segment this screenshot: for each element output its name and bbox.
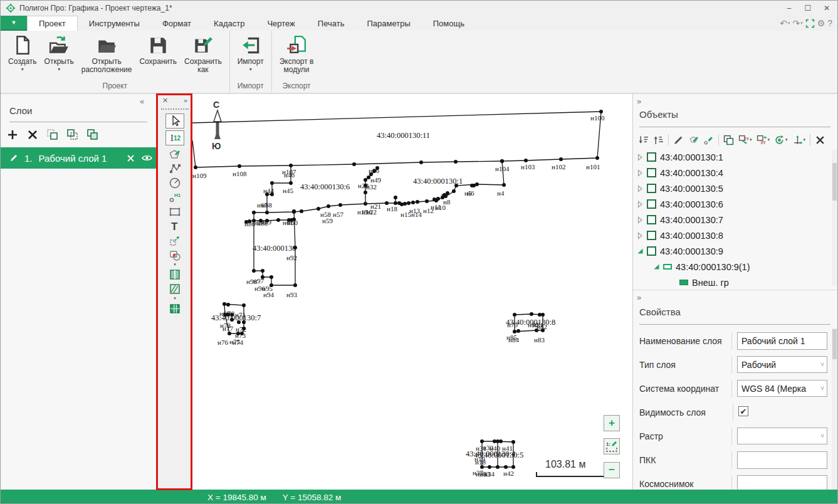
collapse-properties-panel-icon[interactable]: » [637,293,641,302]
drawing-canvas[interactable]: СЮн100н101н102н103н104н108н109н107н46н44… [192,93,632,490]
layer-name-field[interactable]: Рабочий слой 1 [737,332,827,350]
close-tools-strip-icon[interactable]: ✕ [162,97,168,105]
tab-Чертеж[interactable]: Чертеж [256,16,306,31]
overlay-shapes-tool[interactable] [165,248,184,262]
rect-filled-icon[interactable] [679,280,688,285]
redo-icon[interactable]: ↷▾ [792,18,802,28]
checkbox-icon[interactable] [647,199,656,209]
edit-area-icon[interactable] [688,135,699,145]
tree-item[interactable]: 43:40:000130:4 [633,165,830,181]
sort-desc-icon[interactable] [638,135,649,145]
fill-hatch-dropdown-caret[interactable]: ▾ [174,297,176,300]
close-button[interactable]: ✕ [817,1,836,16]
undo-icon[interactable]: ↶▾ [780,18,790,28]
save-button[interactable]: Сохранить [135,33,181,80]
folder-location-button[interactable]: Открыть расположение [78,33,136,80]
help-icon[interactable]: ? [827,18,832,28]
collapse-objects-panel-icon[interactable]: » [637,97,641,106]
settings-gears-icon[interactable]: ⚙ [817,18,825,28]
layer-visibility-eye-icon[interactable] [142,154,152,162]
expand-tools-strip-icon[interactable]: » [184,97,187,105]
main-area: « Слои 1. Рабочий слой 1 [1,93,838,490]
open-folder-button[interactable]: Открыть▾ [41,33,78,80]
layer-row-selected[interactable]: 1. Рабочий слой 1 [1,147,156,169]
properties-scrollbar[interactable] [832,328,837,490]
checkbox-icon[interactable] [647,246,656,256]
tree-item[interactable]: 43:40:000130:8 [633,228,830,243]
set-scale-button[interactable]: 1: [604,438,620,454]
divider [639,324,830,325]
copy-layer-into-icon[interactable] [67,129,78,140]
new-document-button[interactable]: Создать▾ [4,33,41,80]
raster-select[interactable]: ˅ [737,428,827,444]
draw-circle-tool[interactable] [165,176,184,190]
app-menu-button[interactable]: ▼ [1,16,27,31]
select-cursor-tool[interactable] [165,113,184,129]
rect-outline-icon[interactable] [663,264,672,270]
tab-Формат[interactable]: Формат [151,16,202,31]
axes-icon[interactable]: ▾ [792,135,806,145]
zoom-out-button[interactable]: − [604,462,620,478]
move-xy-icon[interactable]: XY▾ [738,135,752,145]
tree-item[interactable]: Внеш. гр [633,275,830,290]
text-tool-tool[interactable]: T [165,219,184,233]
copy-layer-icon[interactable] [47,129,58,140]
objects-scrollbar[interactable] [832,149,837,286]
tree-item[interactable]: 43:40:000130:9(1) [633,259,830,275]
fit-frame-icon[interactable] [805,19,815,28]
draw-rect-tool[interactable] [165,205,184,219]
collapse-layers-panel-icon[interactable]: « [140,97,144,106]
tab-Проект[interactable]: Проект [27,16,78,31]
draw-area-tool[interactable] [165,147,184,161]
import-button[interactable]: Импорт▾ [234,33,268,80]
checkbox-icon[interactable] [647,231,656,240]
tree-item[interactable]: 43:40:000130:1 [633,149,830,165]
drawing-tools-strip: ✕ » I12H1T▾▾ [157,93,192,490]
fill-split-tool[interactable] [165,268,184,281]
draw-point-tool[interactable]: H1 [165,191,184,204]
export-modules-button[interactable]: Экспорт в модули [276,33,318,80]
edit-pencil-icon[interactable] [673,135,684,145]
layer-type-select[interactable]: Рабочий˅ [737,356,827,373]
numbering-tool[interactable]: I12 [165,130,184,145]
tab-Параметры[interactable]: Параметры [355,16,421,31]
paste-coordinates-tool[interactable] [165,234,184,248]
tools-strip-handle[interactable] [161,108,189,110]
tree-item[interactable]: 43:40:000130:6 [633,196,830,212]
svg-text:T: T [171,221,178,233]
svg-text:н34: н34 [484,470,495,478]
rotate-icon[interactable]: ▾ [774,135,788,145]
overlay-shapes-dropdown-caret[interactable]: ▾ [174,263,176,266]
tree-item[interactable]: 43:40:000130:9 [633,243,830,259]
coordinate-system-select[interactable]: WGS 84 (Мерка˅ [737,380,827,397]
pkk-field[interactable] [737,451,827,469]
zoom-in-button[interactable]: + [604,415,620,431]
edit-point-icon[interactable] [703,135,714,145]
tab-Инструменты[interactable]: Инструменты [78,16,151,31]
minimize-button[interactable]: – [780,1,799,16]
tab-Печать[interactable]: Печать [306,16,356,31]
delete-object-icon[interactable] [815,135,825,145]
tree-item[interactable]: 43:40:000130:5 [633,181,830,196]
add-layer-icon[interactable] [7,129,18,140]
draw-polyline-tool[interactable] [165,162,184,176]
checkbox-icon[interactable] [647,152,656,162]
svg-text:н6: н6 [467,189,474,197]
tab-Кадастр[interactable]: Кадастр [202,16,256,31]
save-as-button[interactable]: Сохранить как [181,33,226,80]
tab-Помощь[interactable]: Помощь [422,16,476,31]
fill-grid-tool[interactable] [165,302,184,315]
delete-layer-icon[interactable] [127,155,134,162]
checkbox-icon[interactable] [647,184,656,193]
checkbox-icon[interactable] [647,168,656,177]
tree-item[interactable]: 43:40:000130:7 [633,212,830,228]
fill-hatch-tool[interactable] [165,282,184,296]
maximize-button[interactable]: ☐ [799,1,817,16]
delete-layer-icon[interactable] [27,129,38,140]
sort-asc-icon[interactable] [653,135,664,145]
shift-xy-icon[interactable]: XY▾ [757,135,770,145]
copy-object-icon[interactable] [723,135,734,145]
checkbox-icon[interactable] [647,215,656,224]
layer-visibility-checkbox[interactable]: ✔ [738,406,748,416]
duplicate-layer-icon[interactable] [87,129,98,140]
